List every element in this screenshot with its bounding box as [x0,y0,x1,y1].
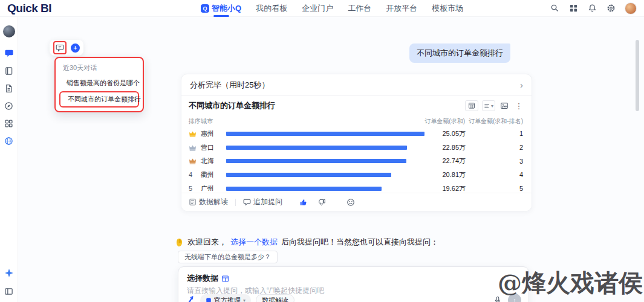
amount-cell: 22.74万 [428,156,466,165]
divider [235,199,236,206]
city-cell: 衢州 [201,170,226,179]
sparkle-icon[interactable] [4,268,14,278]
nav-tab-workspace[interactable]: 工作台 [348,0,371,17]
amount-bar [226,173,391,177]
search-icon[interactable] [550,4,559,13]
chart-type-dropdown-icon[interactable]: ▾ [482,100,495,111]
amount-rank-cell: 4 [466,171,524,178]
layout-panel-icon[interactable] [4,286,14,296]
chart-card-footer: 数据解读 追加提问 [181,193,532,211]
main-nav: Q 智能小Q 我的看板 企业门户 工作台 开放平台 模板市场 [201,0,463,17]
amount-rank-cell: 1 [466,130,524,137]
table-row: 营口22.85万2 [189,141,524,155]
amount-cell: 22.85万 [428,143,466,152]
history-item-label: 不同城市的订单金额排行 [68,95,141,104]
model-icon [206,297,212,302]
model-selector-label: 官方推理 [214,296,241,302]
left-sidebar [0,17,18,302]
chat-bubble-icon [243,198,251,206]
top-header: Quick BI Q 智能小Q 我的看板 企业门户 工作台 开放平台 模板市场 [0,0,644,17]
data-explain-button[interactable]: 数据解读 [189,197,228,207]
bar-table-rows: 惠州25.05万1营口22.85万2北海22.74万34衢州20.81万45广州… [189,127,524,191]
globe-icon[interactable] [4,136,14,146]
xiaoq-icon: Q [201,4,209,13]
table-header-row: 排序 城市 订单金额(求和) 订单金额(求和-排名) [189,117,524,126]
thumbs-up-icon[interactable] [298,197,309,208]
nav-tab-label: 工作台 [348,3,371,14]
nav-tab-template-market[interactable]: 模板市场 [432,0,463,17]
nav-tab-label: 企业门户 [302,3,333,14]
chevron-right-icon[interactable]: › [520,80,523,89]
follow-up-label: 追加提问 [253,197,282,207]
medal-crown-icon [189,144,197,152]
chat-main-area: + 近30天对话 销售额最高的省份是哪个 不同城市的订单金额排行 不同城市的订单… [18,17,644,302]
medal-crown-icon [189,157,197,165]
history-item[interactable]: 销售额最高的省份是哪个 [59,76,139,90]
nav-tab-open-platform[interactable]: 开放平台 [386,0,417,17]
follow-up-question-button[interactable]: 追加提问 [243,197,282,207]
settings-gear-icon[interactable] [606,4,616,13]
nav-tab-smart-q[interactable]: Q 智能小Q [201,0,241,17]
new-conversation-button[interactable]: + [71,43,80,53]
amount-cell: 25.05万 [428,129,466,138]
table-row: 4衢州20.81万4 [189,168,524,182]
medal-crown-icon [189,130,197,138]
column-header-city: 城市 [201,117,226,126]
table-view-icon[interactable] [465,100,478,111]
history-popup-title: 近30天对话 [59,62,139,76]
rank-cell [189,144,201,152]
bar-track [226,146,428,150]
rank-cell [189,157,201,165]
amount-bar [226,146,407,150]
rank-cell: 5 [189,185,201,191]
history-item[interactable]: 不同城市的订单金额排行 [60,92,138,106]
city-cell: 营口 [201,143,226,152]
bar-track [226,187,428,191]
amount-bar [226,187,382,191]
analysis-result-card: 分析完毕（用时25秒） › 不同城市的订单金额排行 ▾ [181,74,532,211]
user-avatar[interactable] [625,2,637,14]
apps-icon[interactable] [4,118,14,128]
export-image-icon[interactable] [499,100,510,111]
document-icon[interactable] [4,83,14,93]
header-actions [550,2,637,14]
column-header-amount: 订单金额(求和) [424,117,465,126]
notification-bell-icon[interactable] [587,4,597,13]
user-message-bubble: 不同城市的订单金额排行 [409,43,510,63]
nav-tab-label: 开放平台 [386,3,417,14]
feedback-smiley-icon[interactable] [345,197,356,208]
highlight-annotation: 不同城市的订单金额排行 [59,91,139,108]
nav-tab-label: 我的看板 [256,3,287,14]
history-chat-icon[interactable] [55,43,65,53]
quick-bi-logo: Quick BI [7,2,51,15]
send-button[interactable]: ↑ [508,294,521,302]
compass-icon[interactable] [4,101,14,111]
select-data-label[interactable]: 选择数据 [187,273,218,284]
caret-down-icon: ▾ [243,298,246,302]
thumbs-down-icon[interactable] [316,197,327,208]
select-data-link[interactable]: 选择一个数据 [230,237,278,248]
sidebar-avatar[interactable] [3,25,15,37]
data-explain-toggle-label: 数据解读 [262,296,288,302]
chat-icon[interactable] [4,48,14,58]
bar-track [226,159,428,163]
model-selector-dropdown[interactable]: 官方推理 ▾ [200,294,251,302]
scrollbar-thumb[interactable] [636,40,639,111]
explain-doc-icon [189,198,197,206]
microphone-icon[interactable] [492,295,503,302]
city-cell: 北海 [201,156,226,165]
city-cell: 惠州 [201,129,226,138]
nav-tab-dashboards[interactable]: 我的看板 [256,0,287,17]
city-cell: 广州 [201,184,226,191]
data-explain-label: 数据解读 [199,197,228,207]
quick-command-icon[interactable] [186,295,195,302]
more-options-icon[interactable]: ⋮ [513,100,524,111]
history-item-label: 销售额最高的省份是哪个 [67,79,140,88]
conversation-toolbar: + [50,40,83,56]
data-explain-toggle[interactable]: 数据解读 [256,294,294,302]
apps-grid-icon[interactable] [568,4,578,13]
column-header-amount-rank: 订单金额(求和-排名) [465,117,524,126]
notebook-icon[interactable] [4,66,14,76]
suggested-question-chip[interactable]: 无线端下单的总金额是多少？ [178,251,278,263]
nav-tab-portal[interactable]: 企业门户 [302,0,333,17]
